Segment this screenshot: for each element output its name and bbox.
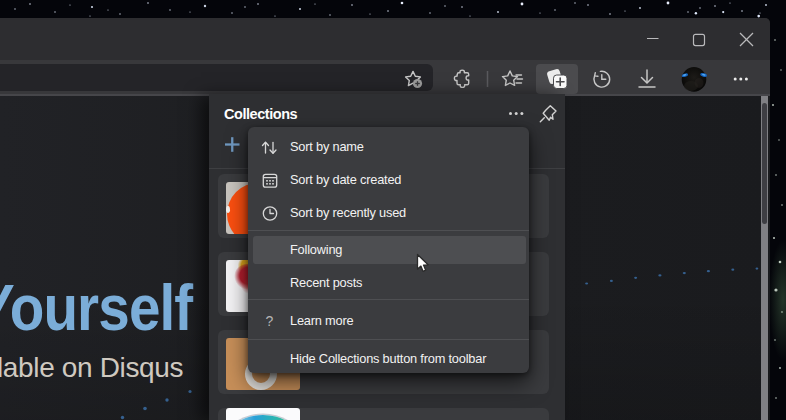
svg-text:?: ? — [265, 313, 273, 329]
